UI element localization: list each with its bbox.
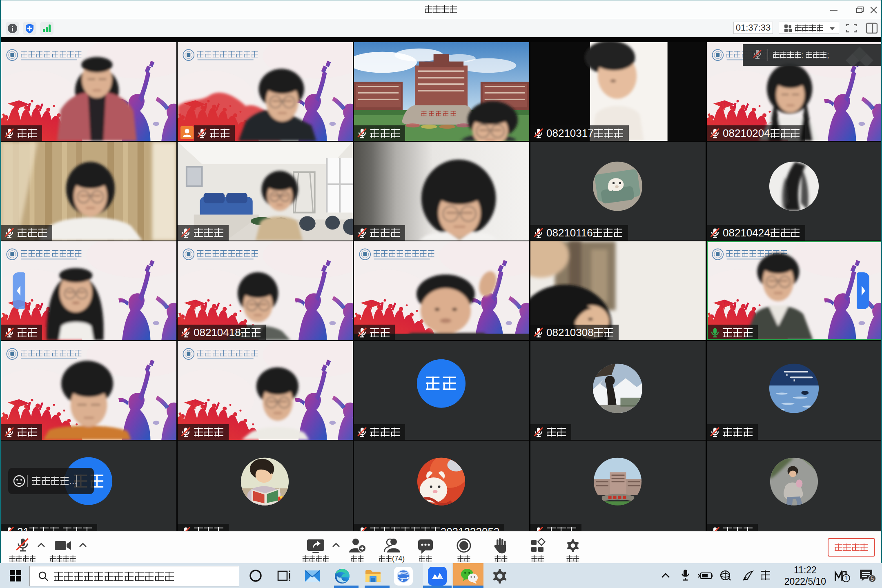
svg-text:1: 1 [844,575,848,581]
svg-text:5: 5 [871,575,874,582]
